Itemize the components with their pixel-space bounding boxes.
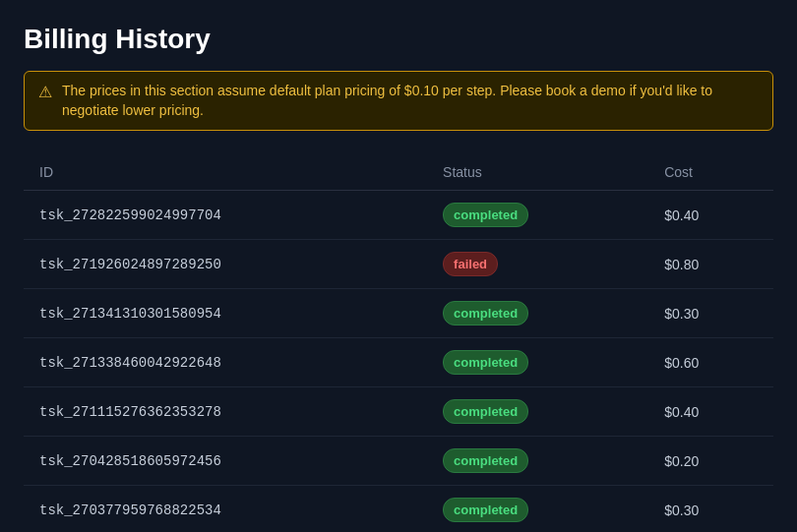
column-header-id: ID (24, 154, 427, 191)
warning-icon: ⚠ (38, 83, 52, 101)
table-row: tsk_270428518605972456completed$0.20 (24, 437, 773, 486)
table-body: tsk_272822599024997704completed$0.40tsk_… (24, 191, 773, 532)
status-badge: failed (443, 252, 498, 276)
cell-status: failed (427, 240, 648, 289)
cell-cost: $0.40 (648, 191, 773, 240)
column-header-cost: Cost (648, 154, 773, 191)
cell-status: completed (427, 437, 648, 486)
cell-id: tsk_271338460042922648 (24, 338, 427, 387)
table-header-row: ID Status Cost (24, 154, 773, 191)
cell-cost: $0.40 (648, 387, 773, 437)
cell-id: tsk_271341310301580954 (24, 289, 427, 338)
table-row: tsk_271341310301580954completed$0.30 (24, 289, 773, 338)
cell-status: completed (427, 338, 648, 387)
table-row: tsk_270377959768822534completed$0.30 (24, 486, 773, 532)
page-title: Billing History (24, 24, 773, 55)
cell-id: tsk_272822599024997704 (24, 191, 427, 240)
cell-status: completed (427, 486, 648, 532)
cell-cost: $0.20 (648, 437, 773, 486)
notice-banner: ⚠ The prices in this section assume defa… (24, 71, 773, 131)
status-badge: completed (443, 203, 528, 227)
cell-cost: $0.80 (648, 240, 773, 289)
status-badge: completed (443, 399, 528, 424)
table-row: tsk_272822599024997704completed$0.40 (24, 191, 773, 240)
table-header: ID Status Cost (24, 154, 773, 191)
status-badge: completed (443, 301, 528, 325)
status-badge: completed (443, 448, 528, 473)
cell-cost: $0.30 (648, 486, 773, 532)
table-row: tsk_271115276362353278completed$0.40 (24, 387, 773, 437)
table-row: tsk_271926024897289250failed$0.80 (24, 240, 773, 289)
cell-status: completed (427, 191, 648, 240)
column-header-status: Status (427, 154, 648, 191)
table-row: tsk_271338460042922648completed$0.60 (24, 338, 773, 387)
cell-cost: $0.30 (648, 289, 773, 338)
cell-id: tsk_270428518605972456 (24, 437, 427, 486)
cell-status: completed (427, 387, 648, 437)
cell-id: tsk_271115276362353278 (24, 387, 427, 437)
status-badge: completed (443, 498, 528, 522)
cell-id: tsk_270377959768822534 (24, 486, 427, 532)
cell-id: tsk_271926024897289250 (24, 240, 427, 289)
cell-status: completed (427, 289, 648, 338)
cell-cost: $0.60 (648, 338, 773, 387)
notice-text: The prices in this section assume defaul… (62, 82, 759, 120)
billing-table: ID Status Cost tsk_272822599024997704com… (24, 154, 773, 532)
status-badge: completed (443, 350, 528, 375)
